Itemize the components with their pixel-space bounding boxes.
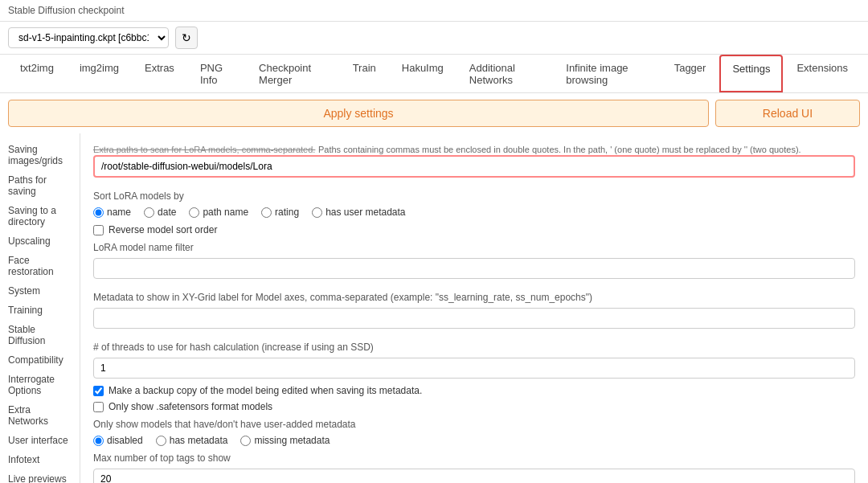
tab-checkpoint-merger[interactable]: Checkpoint Merger [247, 55, 339, 92]
sort-by-pathname[interactable]: path name [189, 207, 248, 218]
sort-lora-radio-row: name date path name rating has user meta… [93, 207, 855, 218]
tab-settings[interactable]: Settings [719, 55, 783, 92]
nav-tabs: txt2img img2img Extras PNG Info Checkpoi… [0, 55, 868, 93]
sidebar-item-extra-networks[interactable]: Extra Networks [0, 400, 80, 431]
tab-tagger[interactable]: Tagger [662, 55, 719, 92]
sort-name-label: name [107, 207, 131, 218]
sort-by-metadata[interactable]: has user metadata [312, 207, 405, 218]
sort-rating-label: rating [275, 207, 299, 218]
tab-txt2img[interactable]: txt2img [8, 55, 66, 92]
sidebar: Saving images/grids Paths for saving Sav… [0, 133, 80, 483]
max-top-tags-label: Max number of top tags to show [93, 452, 855, 464]
checkpoint-row: sd-v1-5-inpainting.ckpt [c6bbc15e32] ↻ [0, 22, 868, 55]
backup-checkbox[interactable] [93, 386, 104, 396]
metadata-label: Metadata to show in XY-Grid label for Mo… [93, 292, 855, 303]
sort-by-date[interactable]: date [144, 207, 176, 218]
safetensors-label: Only show .safetensors format models [108, 401, 272, 412]
reverse-sort-label: Reverse model sort order [108, 224, 217, 235]
tab-extras[interactable]: Extras [133, 55, 186, 92]
toolbar: Apply settings Reload UI [0, 93, 868, 133]
threads-input[interactable] [93, 358, 855, 379]
show-missing-metadata[interactable]: missing metadata [240, 435, 330, 446]
sidebar-item-saving-directory[interactable]: Saving to a directory [0, 201, 80, 231]
tab-img2img[interactable]: img2img [68, 55, 131, 92]
reverse-sort-row: Reverse model sort order [93, 224, 855, 235]
show-has-metadata-radio[interactable] [156, 436, 166, 446]
sidebar-item-live-previews[interactable]: Live previews [0, 469, 80, 483]
sort-lora-label: Sort LoRA models by [93, 190, 855, 202]
main-content: Saving images/grids Paths for saving Sav… [0, 133, 868, 483]
tab-pnginfo[interactable]: PNG Info [188, 55, 245, 92]
show-missing-metadata-radio[interactable] [240, 436, 251, 446]
sidebar-item-paths[interactable]: Paths for saving [0, 170, 80, 201]
lora-filter-label: LoRA model name filter [93, 242, 855, 253]
settings-content: Extra paths to scan for LoRA models, com… [80, 133, 868, 483]
sidebar-item-training[interactable]: Training [0, 301, 80, 320]
only-show-label: Only show models that have/don't have us… [93, 419, 855, 430]
sort-by-rating[interactable]: rating [261, 207, 299, 218]
sidebar-item-upscaling[interactable]: Upscaling [0, 231, 80, 251]
checkpoint-select[interactable]: sd-v1-5-inpainting.ckpt [c6bbc15e32] [8, 27, 169, 48]
safetensors-row: Only show .safetensors format models [93, 401, 855, 412]
sort-metadata-radio[interactable] [312, 207, 322, 218]
refresh-button[interactable]: ↻ [175, 27, 198, 49]
sort-date-radio[interactable] [144, 207, 154, 218]
show-disabled-radio[interactable] [93, 436, 104, 446]
sort-by-name[interactable]: name [93, 207, 131, 218]
sidebar-item-saving-images[interactable]: Saving images/grids [0, 140, 80, 170]
show-has-metadata[interactable]: has metadata [156, 435, 228, 446]
metadata-input[interactable] [93, 308, 855, 329]
tab-infinite-image-browsing[interactable]: Infinite image browsing [554, 55, 660, 92]
sidebar-item-infotext[interactable]: Infotext [0, 450, 80, 469]
sidebar-item-interrogate[interactable]: Interrogate Options [0, 370, 80, 400]
reload-ui-button[interactable]: Reload UI [715, 100, 860, 127]
sidebar-item-stable-diffusion[interactable]: Stable Diffusion [0, 320, 80, 350]
sort-name-radio[interactable] [93, 207, 104, 218]
show-disabled[interactable]: disabled [93, 435, 143, 446]
safetensors-checkbox[interactable] [93, 402, 104, 412]
sidebar-item-compatibility[interactable]: Compatibility [0, 350, 80, 370]
lora-path-input[interactable] [93, 155, 855, 178]
sidebar-item-user-interface[interactable]: User interface [0, 431, 80, 450]
tab-additional-networks[interactable]: Additional Networks [457, 55, 552, 92]
lora-scan-section: Extra paths to scan for LoRA models, com… [93, 143, 855, 155]
apply-settings-button[interactable]: Apply settings [8, 100, 709, 127]
top-bar: Stable Diffusion checkpoint [0, 0, 868, 22]
tab-extensions[interactable]: Extensions [784, 55, 860, 92]
threads-label: # of threads to use for hash calculation… [93, 342, 855, 353]
sidebar-item-system[interactable]: System [0, 281, 80, 301]
lora-path-note: Paths containing commas must be enclosed… [318, 145, 801, 154]
show-disabled-label: disabled [107, 435, 143, 446]
checkpoint-label: Stable Diffusion checkpoint [8, 5, 125, 16]
show-has-metadata-label: has metadata [170, 435, 228, 446]
max-top-tags-input[interactable] [93, 469, 855, 483]
backup-row: Make a backup copy of the model being ed… [93, 385, 855, 396]
show-missing-metadata-label: missing metadata [254, 435, 330, 446]
sort-pathname-label: path name [203, 207, 248, 218]
backup-label: Make a backup copy of the model being ed… [108, 385, 422, 396]
tab-train[interactable]: Train [341, 55, 388, 92]
lora-filter-input[interactable] [93, 258, 855, 279]
sort-pathname-radio[interactable] [189, 207, 199, 218]
sort-rating-radio[interactable] [261, 207, 272, 218]
only-show-radio-row: disabled has metadata missing metadata [93, 435, 855, 446]
sidebar-item-face-restoration[interactable]: Face restoration [0, 251, 80, 281]
tab-hakuimg[interactable]: HakuImg [390, 55, 456, 92]
sort-metadata-label: has user metadata [326, 207, 405, 218]
reverse-sort-checkbox[interactable] [93, 225, 104, 235]
lora-scan-label: Extra paths to scan for LoRA models, com… [93, 145, 315, 154]
sort-date-label: date [158, 207, 176, 218]
